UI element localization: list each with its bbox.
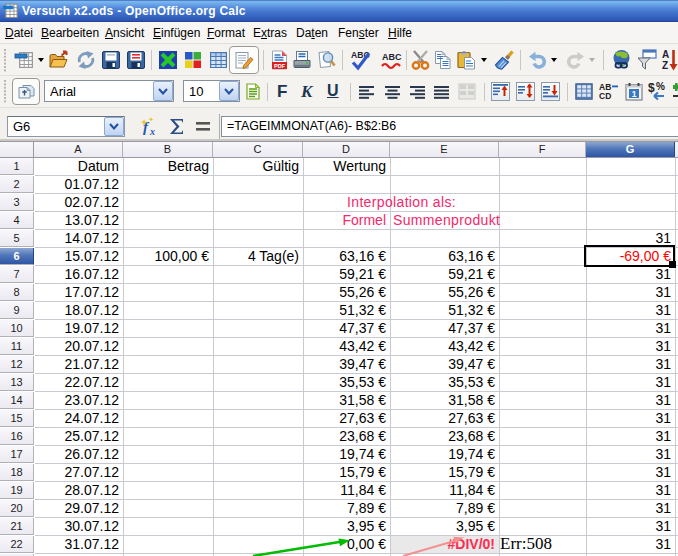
svg-text:$: $ [648,81,655,95]
svg-text:Z: Z [662,60,668,71]
svg-text:A: A [662,49,669,60]
svg-text:%: % [656,81,665,92]
svg-text:PDF: PDF [274,63,286,69]
svg-text:1: 1 [632,89,637,99]
svg-text:ABC: ABC [382,52,402,62]
svg-text:x: x [149,126,155,137]
svg-text:CD: CD [599,91,611,101]
